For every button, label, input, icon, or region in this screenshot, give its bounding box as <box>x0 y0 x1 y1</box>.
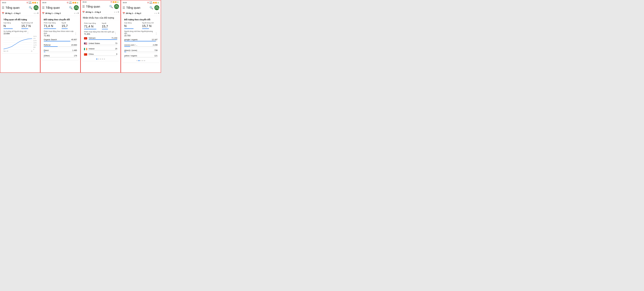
row-label-google: google / organic <box>124 38 150 41</box>
bar-wrap-vietnam <box>89 39 117 40</box>
status-bar-4: 09:04 ⏰ 2.00KB/S 📶 📶 🔋 <box>121 0 161 5</box>
dot-2-3 <box>98 58 99 59</box>
nav-title-1: Tổng quan <box>6 6 28 9</box>
alarm-icon-2: ⏰ <box>67 2 68 3</box>
metric-value-active-4: N <box>124 24 140 28</box>
metrics-row-3: Phiên hoạt động 71,4 N Người 15,7 <box>84 22 117 29</box>
more-icon-2[interactable]: ⋮ <box>74 32 77 35</box>
next-date-2[interactable]: › <box>76 12 76 14</box>
row-china: China 9 <box>84 52 117 57</box>
metric-value-sessions-3: 71,4 N <box>84 24 100 28</box>
more-icon-1[interactable]: ⋮ <box>26 31 29 34</box>
filter-icon-2[interactable]: ≡ <box>78 12 79 14</box>
row-google-wrap: google / organic 12.187 <box>124 38 158 41</box>
metric-active-4: hoạt động N <box>124 22 140 29</box>
panel-1: 09:03 ⏰ 6.00KB/S 📶 📶 🔋 ☰ Tổng quan 🔍 HỌC… <box>0 0 40 73</box>
row-yahoo-wrap: yahoo / organic 121 <box>124 55 158 57</box>
metric-new-1: Người dùng mới 15,7 N <box>21 22 37 29</box>
dot-3-3 <box>100 58 101 59</box>
search-icon-1[interactable]: 🔍 <box>29 6 32 9</box>
status-icons-2: ⏰ 1.00KB/S 📶 📶 🔋 <box>67 1 78 4</box>
metric-label-new-4: Người dùng mới <box>142 22 158 24</box>
wifi-icon-2: 📶 <box>72 2 74 3</box>
chart-labels-bottom-1: thg 1 28 31 <box>4 50 37 52</box>
more-icon-3[interactable]: ⋮ <box>114 31 117 34</box>
prev-date-2[interactable]: ‹ <box>74 12 75 14</box>
dot-active-3 <box>96 58 97 59</box>
panel-4: 09:04 ⏰ 2.00KB/S 📶 📶 🔋 ☰ Tổng quan 🔍 HỌC… <box>121 0 161 73</box>
data-rows-2: Organic Search 45.957 Referral 23.683 <box>44 37 77 59</box>
signal-icon-3: 📶 <box>115 1 116 3</box>
section-title-demographics: Nhân khẩu học của đối tượng <box>81 14 120 21</box>
row-value-china: 9 <box>110 53 117 55</box>
filter-icon-4[interactable]: ≡ <box>158 12 159 14</box>
wifi-icon-4: 📶 <box>153 2 154 3</box>
nav-title-2: Tổng quan <box>46 6 68 9</box>
metric-label-new-1: Người dùng mới <box>21 22 37 24</box>
bar-wrap-other <box>44 57 77 57</box>
avatar-4[interactable]: HỌCTỪ ĐẦU <box>154 5 159 10</box>
prev-date-1[interactable]: ‹ <box>34 12 34 14</box>
prev-date-3[interactable]: ‹ <box>114 11 115 13</box>
date-range-3: 28 thg 1 – 2 thg 2 <box>86 11 114 13</box>
menu-icon-3[interactable]: ☰ <box>82 5 85 8</box>
search-icon-4[interactable]: 🔍 <box>150 6 153 9</box>
next-date-1[interactable]: › <box>36 12 36 14</box>
chart-area-1: 3,6 N 3 N 2,4 N 1,8 N 1,2 N 600 0 <box>4 35 37 50</box>
source-rows-4: google / organic 12.187 coccoc.com / ...… <box>124 37 158 59</box>
avatar-1[interactable]: HỌCTỪ ĐẦU <box>34 5 38 10</box>
row-value-other: 176 <box>70 55 77 57</box>
section-header-4: Người dùng mới theo Nguồn/phương tiện 15… <box>124 30 158 37</box>
bar-wrap-yahoo <box>124 57 158 57</box>
battery-icon: 🔋 <box>36 2 38 3</box>
more-icon-4[interactable]: ⋮ <box>155 32 158 35</box>
search-icon-3[interactable]: 🔍 <box>109 5 113 8</box>
card-title-4: Đối tượng theo chuyển đổi <box>124 18 158 21</box>
row-label-referral: Referral <box>44 44 70 46</box>
metric-users-3: Người 15,7 <box>102 22 118 29</box>
row-value-yahoo: 121 <box>150 55 158 57</box>
alarm-icon-3: ⏰ <box>110 1 112 3</box>
avatar-3[interactable]: HỌCTỪ ĐẦU <box>114 4 119 9</box>
section-value-4: 15.703 <box>124 34 155 37</box>
signal-icon: 📶 <box>34 2 36 3</box>
row-value-coccoc: 2.298 <box>150 44 158 46</box>
row-value-us: 73 <box>110 42 117 44</box>
flag-vn <box>84 37 87 39</box>
bar-fill-direct <box>44 52 45 52</box>
metric-label-sessions-2: Phiên hoạt động <box>44 22 59 24</box>
next-date-4[interactable]: › <box>156 12 157 14</box>
search-icon-2[interactable]: 🔍 <box>69 6 73 9</box>
bar-wrap-coccoc <box>124 46 158 47</box>
time-2: 09:04 <box>42 2 46 3</box>
row-referral-wrap: Referral 23.683 <box>44 44 77 47</box>
menu-icon-2[interactable]: ☰ <box>42 6 44 9</box>
dot-4-3 <box>102 58 103 59</box>
dot-1-4 <box>136 60 138 61</box>
filter-icon-1[interactable]: ≡ <box>37 12 38 14</box>
panel-2-content: Đối tượng theo chuyển đổi Phiên hoạt độn… <box>40 15 80 72</box>
row-direct-none-wrap: (direct) / (none) 739 <box>124 49 158 52</box>
row-direct-none: (direct) / (none) 739 <box>124 48 158 53</box>
menu-icon-1[interactable]: ☰ <box>2 6 4 9</box>
section-header-1: Xu hướng về Người dùng mới 15.694 ⋮ <box>4 30 37 35</box>
row-label-ireland: Ireland <box>89 48 110 50</box>
row-coccoc-wrap: coccoc.com / ... 2.298 <box>124 44 158 47</box>
filter-icon-3[interactable]: ≡ <box>118 11 119 13</box>
overview-card-4: Đối tượng theo chuyển đổi hoạt động N Ng… <box>122 17 160 63</box>
menu-icon-4[interactable]: ☰ <box>122 6 125 9</box>
section-label-1: Xu hướng về Người dùng mới <box>4 30 26 32</box>
time-1: 09:03 <box>2 2 6 3</box>
prev-date-4[interactable]: ‹ <box>154 12 155 14</box>
date-bar-2: 📅 28 thg 1 – 2 thg 2 ‹ › ≡ <box>40 11 80 15</box>
date-bar-3: 📅 28 thg 1 – 2 thg 2 ‹ › ≡ <box>81 10 120 14</box>
row-label-organic: Organic Search <box>44 38 70 41</box>
metric-value-users-2: 15,7 <box>62 24 77 28</box>
card-title-1: Tổng quan về đối tượng <box>4 18 37 21</box>
country-rows-3: Vietnam 71.234 United States 73 <box>84 36 117 57</box>
next-date-3[interactable]: › <box>116 11 117 13</box>
row-direct: Direct 1.485 <box>44 48 77 53</box>
metric-bar-users-2 <box>62 28 68 29</box>
avatar-2[interactable]: HỌCTỪ ĐẦU <box>74 5 79 10</box>
status-icons-1: ⏰ 6.00KB/S 📶 📶 🔋 <box>26 1 38 4</box>
